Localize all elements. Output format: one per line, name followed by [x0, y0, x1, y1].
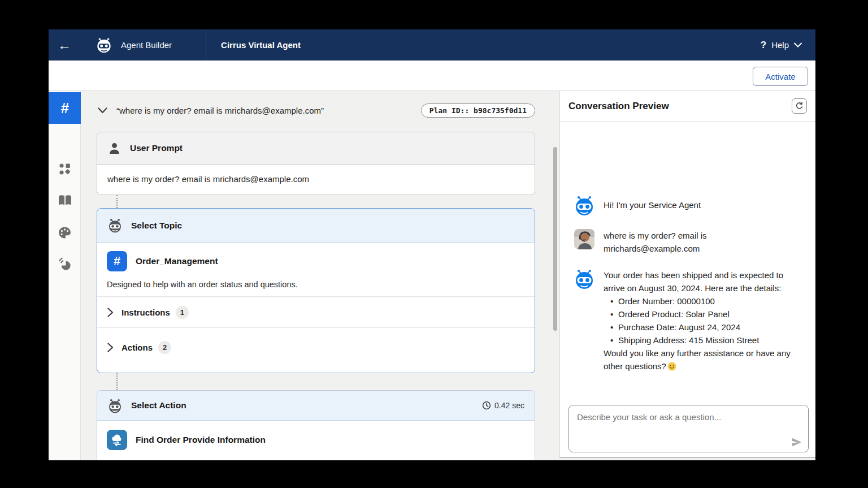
clock-icon: [482, 401, 491, 410]
action-duration: 0.42 sec: [494, 401, 524, 410]
plan-quote-text: “where is my order? email is mrichards@e…: [116, 106, 324, 115]
chat-message-bot: Hi! I'm your Service Agent: [574, 195, 803, 215]
bot-avatar-icon: [574, 195, 594, 215]
help-label: Help: [771, 40, 789, 50]
chevron-down-icon: [794, 42, 802, 47]
user-avatar: [574, 229, 594, 249]
collapse-chevron-icon[interactable]: [98, 107, 107, 114]
agent-name: Cirrus Virtual Agent: [221, 40, 301, 50]
bot-avatar-icon: [574, 269, 594, 289]
select-action-header: Select Action 0.42 sec: [97, 391, 535, 421]
instructions-row[interactable]: Instructions 1: [97, 296, 535, 327]
plan-connector: [116, 195, 118, 208]
action-block: Find Order Provide Information: [97, 421, 535, 459]
select-topic-title: Select Topic: [131, 221, 182, 231]
instructions-label: Instructions: [121, 308, 170, 317]
sidebar-item-voice[interactable]: [49, 248, 81, 280]
conversation-preview-panel: Conversation Preview: [559, 91, 815, 458]
palette-icon: [58, 226, 72, 240]
preview-header: Conversation Preview: [560, 91, 815, 122]
help-question-icon: ?: [761, 40, 766, 51]
letterbox-stage: ← Agent Builder Cirrus Virtual Agent ? H…: [0, 0, 868, 488]
chat-message-text: where is my order? email is mrichards@ex…: [604, 229, 803, 255]
plan-id-badge: Plan ID:: b98c735f0d11: [421, 103, 535, 118]
order-details-list: Order Number: 00000100 Ordered Product: …: [604, 295, 803, 347]
person-icon: [107, 141, 121, 156]
preview-title: Conversation Preview: [568, 101, 669, 112]
topic-name: Order_Management: [136, 256, 218, 266]
plan-canvas: “where is my order? email is mrichards@e…: [81, 91, 559, 460]
book-icon: [58, 194, 72, 208]
actions-label: Actions: [121, 343, 153, 352]
user-prompt-text: where is my order? email is mrichards@ex…: [97, 165, 535, 193]
sidebar-item-topics[interactable]: #: [49, 92, 81, 124]
actions-count-badge: 2: [158, 341, 171, 354]
plan-header-row: “where is my order? email is mrichards@e…: [97, 102, 535, 119]
shapes-icon: [58, 162, 72, 176]
action-timing: 0.42 sec: [482, 401, 524, 410]
topic-hash-icon: #: [107, 251, 127, 271]
action-toolbar: Activate: [49, 61, 815, 91]
order-detail-item: Shipping Address: 415 Mission Street: [610, 334, 803, 347]
sonar-icon: [58, 257, 72, 271]
refresh-button[interactable]: [792, 98, 807, 114]
order-detail-item: Ordered Product: Solar Panel: [610, 308, 803, 321]
send-icon: [791, 437, 802, 447]
chevron-right-icon: [107, 308, 114, 317]
agentforce-bot-icon: [96, 37, 112, 53]
sidebar-item-knowledge[interactable]: [49, 185, 81, 217]
chat-input-container: [568, 405, 809, 452]
topic-block: # Order_Management Designed to help with…: [97, 243, 535, 296]
bot-head-icon: [107, 398, 123, 413]
select-topic-card: Select Topic # Order_Management Designed…: [97, 208, 535, 373]
smiling-emoji-icon: [667, 362, 676, 371]
refresh-icon: [795, 102, 804, 110]
navbar-divider: [206, 29, 206, 61]
activate-button[interactable]: Activate: [753, 67, 808, 86]
sidebar-item-theme[interactable]: [49, 217, 81, 248]
actions-row[interactable]: Actions 2: [97, 327, 535, 367]
order-detail-item: Order Number: 00000100: [610, 295, 803, 308]
order-detail-item: Purchase Date: August 24, 2024: [610, 321, 803, 334]
plan-connector: [116, 373, 118, 390]
back-arrow-icon[interactable]: ←: [49, 37, 80, 53]
help-menu[interactable]: ? Help: [761, 40, 802, 51]
app-name: Agent Builder: [121, 40, 172, 50]
left-icon-rail: #: [49, 91, 81, 460]
action-name: Find Order Provide Information: [136, 435, 266, 445]
agent-builder-window: ← Agent Builder Cirrus Virtual Agent ? H…: [49, 29, 815, 460]
chat-message-user: where is my order? email is mrichards@ex…: [574, 229, 803, 255]
order-status-intro: Your order has been shipped and is expec…: [604, 270, 783, 293]
chat-message-text: Hi! I'm your Service Agent: [604, 195, 701, 215]
bot-head-icon: [107, 218, 123, 233]
send-button[interactable]: [791, 437, 802, 447]
select-topic-header: Select Topic: [97, 209, 535, 243]
select-action-title: Select Action: [131, 400, 186, 411]
chat-input[interactable]: [569, 405, 808, 452]
topic-description: Designed to help with an order status an…: [107, 280, 525, 289]
user-prompt-title: User Prompt: [130, 143, 183, 153]
sidebar-item-components[interactable]: [49, 153, 81, 185]
instructions-count-badge: 1: [176, 306, 189, 319]
top-navbar: ← Agent Builder Cirrus Virtual Agent ? H…: [49, 29, 815, 61]
content-area: #: [49, 91, 815, 460]
chevron-right-icon: [107, 343, 114, 352]
order-status-outro: Would you like any further assistance or…: [604, 348, 791, 371]
hash-icon: #: [60, 100, 68, 117]
chat-message-bot: Your order has been shipped and is expec…: [574, 269, 803, 373]
vertical-scrollbar[interactable]: [553, 147, 557, 331]
cloud-flow-icon: [107, 430, 127, 450]
user-prompt-card: User Prompt where is my order? email is …: [97, 132, 535, 195]
user-prompt-header: User Prompt: [97, 132, 535, 165]
select-action-card: Select Action 0.42 sec: [97, 390, 535, 460]
chat-message-text: Your order has been shipped and is expec…: [604, 269, 803, 373]
